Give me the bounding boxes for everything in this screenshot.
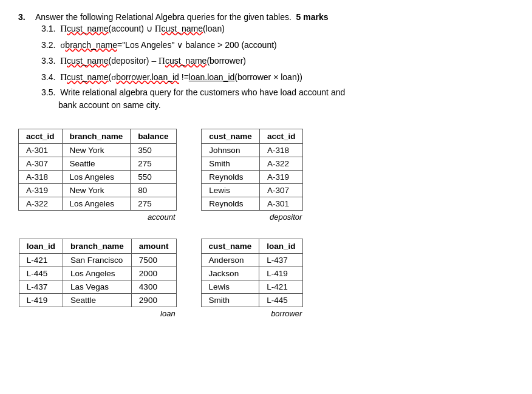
table-row: JacksonL-419 [201, 267, 303, 280]
text-3a: (depositor) – [109, 56, 159, 66]
table-row: LewisA-307 [202, 184, 303, 197]
table-row: AndersonL-437 [201, 254, 303, 267]
table-cell: A-301 [259, 197, 303, 211]
table-cell: Smith [202, 157, 260, 171]
table-row: SmithL-445 [201, 294, 303, 307]
table-cell: L-445 [259, 294, 303, 307]
table-cell: Johnson [202, 144, 260, 157]
table-cell: 2000 [131, 267, 176, 280]
cust-name-1: cust_name [67, 24, 108, 33]
sub-item-3-3: 3.3. Πcust_name(depositor) – Πcust_name(… [41, 54, 514, 68]
text-1a: (account) ∪ [109, 24, 155, 33]
text-5: Write relational algebra query for the c… [60, 87, 345, 97]
depositor-col-acct-id: acct_id [259, 129, 303, 144]
sub-number-3-3: 3.3. [41, 56, 55, 66]
table-row: L-437Las Vegas4300 [19, 280, 176, 294]
table-cell: A-319 [19, 184, 63, 197]
table-row: L-445Los Angeles2000 [19, 267, 176, 280]
table-row: SmithA-322 [202, 157, 303, 171]
table-row: A-301New York350 [19, 144, 177, 157]
account-col-balance: balance [131, 129, 176, 144]
question-content: Answer the following Relational Algebra … [35, 12, 514, 114]
table-row: L-421San Francisco7500 [19, 254, 176, 267]
loan-col-amount: amount [131, 239, 176, 254]
table-cell: L-421 [259, 280, 303, 294]
loan-table: loan_id branch_name amount L-421San Fran… [19, 239, 177, 307]
pi-5: Π [60, 72, 67, 82]
borrower-table-wrapper: cust_name loan_id AndersonL-437JacksonL-… [201, 239, 304, 318]
table-cell: 350 [131, 144, 176, 157]
table-row: L-419Seattle2900 [19, 294, 176, 307]
table-cell: A-319 [259, 171, 303, 184]
depositor-table-wrapper: cust_name acct_id JohnsonA-318SmithA-322… [201, 129, 304, 222]
sub-number-3-2: 3.2. [41, 40, 55, 50]
question-intro: Answer the following Relational Algebra … [35, 12, 294, 22]
text-4b: != [179, 72, 189, 82]
cust-name-2: cust_name [162, 24, 203, 33]
right-tables-column: cust_name acct_id JohnsonA-318SmithA-322… [201, 129, 304, 318]
table-cell: L-445 [19, 267, 63, 280]
text-4c: (borrower × loan)) [234, 72, 302, 82]
table-cell: Lewis [202, 184, 260, 197]
loan-label: loan [160, 309, 177, 318]
sub-item-3-2: 3.2. σbranch_name="Los Angeles" ∨ balanc… [41, 38, 514, 52]
table-cell: A-307 [259, 184, 303, 197]
table-cell: Los Angeles [62, 197, 131, 211]
table-cell: Jackson [201, 267, 259, 280]
sub-number-3-1: 3.1. [41, 24, 55, 33]
borrower-col-loan-id: loan_id [259, 239, 303, 254]
table-cell: 80 [131, 184, 176, 197]
table-cell: 550 [131, 171, 176, 184]
pi-4: Π [159, 56, 165, 66]
table-cell: Reynolds [202, 197, 260, 211]
table-cell: L-421 [19, 254, 63, 267]
table-cell: Reynolds [202, 171, 260, 184]
table-cell: Anderson [201, 254, 259, 267]
question-marks: 5 marks [296, 12, 329, 22]
account-header-row: acct_id branch_name balance [19, 129, 177, 144]
pi-1: Π [60, 24, 67, 33]
text-2a: ="Los Angeles" ∨ balance > 200 (account) [117, 40, 277, 50]
cust-name-5: cust_name [67, 72, 108, 82]
sub-items-list: 3.1. Πcust_name(account) ∪ Πcust_name(lo… [41, 22, 514, 112]
pi-3: Π [60, 56, 67, 66]
table-cell: New York [62, 184, 131, 197]
table-cell: L-419 [19, 294, 63, 307]
table-cell: A-318 [259, 144, 303, 157]
table-cell: 275 [131, 157, 176, 171]
table-cell: New York [62, 144, 131, 157]
table-cell: A-322 [19, 197, 63, 211]
table-cell: A-307 [19, 157, 63, 171]
table-cell: L-437 [19, 280, 63, 294]
account-table-wrapper: acct_id branch_name balance A-301New Yor… [18, 129, 177, 222]
sub-item-3-5: 3.5. Write relational algebra query for … [41, 86, 514, 112]
text-5b: bank account on same city. [58, 100, 161, 110]
sub-number-3-4: 3.4. [41, 72, 55, 82]
depositor-header-row: cust_name acct_id [202, 129, 303, 144]
table-row: ReynoldsA-301 [202, 197, 303, 211]
loan-col-loan-id: loan_id [19, 239, 63, 254]
table-row: A-319New York80 [19, 184, 177, 197]
table-cell: Los Angeles [63, 267, 132, 280]
question-block: 3. Answer the following Relational Algeb… [18, 12, 514, 114]
loan-col-branch-name: branch_name [63, 239, 132, 254]
left-tables-column: acct_id branch_name balance A-301New Yor… [18, 129, 177, 318]
borrower-table: cust_name loan_id AndersonL-437JacksonL-… [201, 239, 304, 307]
cust-name-4: cust_name [165, 56, 206, 66]
loan-loan-id: loan.loan_id [189, 72, 235, 82]
table-cell: Las Vegas [63, 280, 132, 294]
table-cell: San Francisco [63, 254, 132, 267]
table-cell: Los Angeles [62, 171, 131, 184]
depositor-table: cust_name acct_id JohnsonA-318SmithA-322… [201, 129, 303, 211]
borrower-label: borrower [271, 309, 303, 318]
table-row: A-318Los Angeles550 [19, 171, 177, 184]
table-row: A-322Los Angeles275 [19, 197, 177, 211]
tables-area: acct_id branch_name balance A-301New Yor… [18, 129, 514, 318]
question-number: 3. [18, 12, 30, 114]
borrower-header-row: cust_name loan_id [201, 239, 303, 254]
table-cell: L-419 [259, 267, 303, 280]
table-row: A-307Seattle275 [19, 157, 177, 171]
depositor-col-cust-name: cust_name [202, 129, 260, 144]
cust-name-3: cust_name [67, 56, 108, 66]
table-cell: Smith [201, 294, 259, 307]
